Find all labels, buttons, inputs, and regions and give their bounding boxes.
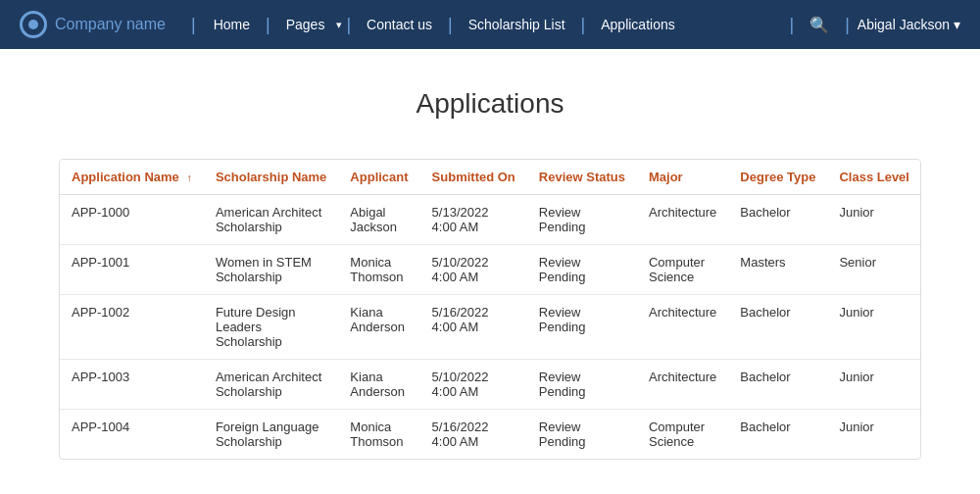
table-header: Application Name ↑ Scholarship Name Appl…	[60, 160, 921, 195]
table-cell-row1-col2: Monica Thomson	[338, 245, 419, 295]
table-cell-row2-col1: Future Design Leaders Scholarship	[204, 295, 338, 360]
table-cell-row1-col5: Computer Science	[637, 245, 728, 295]
nav-links: Home | Pages ▾ | Contact us | Scholarshi…	[202, 0, 790, 49]
table-body: APP-1000American Architect ScholarshipAb…	[60, 195, 921, 460]
search-icon: 🔍	[809, 17, 829, 33]
table-row: APP-1003American Architect ScholarshipKi…	[60, 360, 921, 410]
table-cell-row0-col0: APP-1000	[60, 195, 204, 245]
table-cell-row1-col0: APP-1001	[60, 245, 204, 295]
sort-arrow-app-name: ↑	[186, 172, 192, 183]
table-row: APP-1002Future Design Leaders Scholarshi…	[60, 295, 921, 360]
table-cell-row4-col1: Foreign Language Scholarship	[204, 410, 338, 460]
table-row: APP-1004Foreign Language ScholarshipMoni…	[60, 410, 921, 460]
user-menu-button[interactable]: Abigal Jackson ▾	[858, 17, 960, 32]
table-cell-row4-col0: APP-1004	[60, 410, 204, 460]
col-submitted-on: Submitted On	[420, 160, 527, 195]
nav-link-home[interactable]: Home	[202, 0, 262, 49]
brand-icon	[20, 11, 47, 38]
brand-name: Company name	[55, 16, 166, 33]
table-row: APP-1001Women in STEM ScholarshipMonica …	[60, 245, 921, 295]
nav-divider-1: |	[266, 0, 270, 49]
table-cell-row1-col6: Masters	[728, 245, 827, 295]
col-class-level: Class Level	[827, 160, 921, 195]
table-cell-row3-col3: 5/10/2022 4:00 AM	[420, 360, 527, 410]
table-cell-row4-col2: Monica Thomson	[338, 410, 419, 460]
table-cell-row4-col4: Review Pending	[527, 410, 637, 460]
table-cell-row4-col5: Computer Science	[637, 410, 728, 460]
nav-item-home[interactable]: Home	[202, 0, 262, 49]
table-cell-row1-col3: 5/10/2022 4:00 AM	[420, 245, 527, 295]
page-title: Applications	[59, 88, 921, 120]
navbar: Company name | Home | Pages ▾ | Contact …	[0, 0, 980, 49]
table-cell-row3-col6: Bachelor	[728, 360, 827, 410]
applications-table: Application Name ↑ Scholarship Name Appl…	[60, 160, 921, 459]
table-header-row: Application Name ↑ Scholarship Name Appl…	[60, 160, 921, 195]
table-cell-row1-col7: Senior	[827, 245, 921, 295]
table-cell-row2-col3: 5/16/2022 4:00 AM	[420, 295, 527, 360]
nav-link-scholarship[interactable]: Scholarship List	[457, 0, 577, 49]
table-cell-row1-col1: Women in STEM Scholarship	[204, 245, 338, 295]
table-cell-row1-col4: Review Pending	[527, 245, 637, 295]
nav-divider-5: |	[789, 15, 794, 35]
table-cell-row4-col6: Bachelor	[728, 410, 827, 460]
nav-divider-3: |	[448, 0, 453, 49]
nav-divider-4: |	[581, 0, 586, 49]
navbar-right: | 🔍 | Abigal Jackson ▾	[789, 15, 960, 35]
table-cell-row4-col7: Junior	[827, 410, 921, 460]
col-app-name[interactable]: Application Name ↑	[60, 160, 204, 195]
table-row: APP-1000American Architect ScholarshipAb…	[60, 195, 921, 245]
col-scholarship-name: Scholarship Name	[204, 160, 338, 195]
main-content: Applications Application Name ↑ Scholars…	[0, 49, 980, 494]
table-cell-row0-col6: Bachelor	[728, 195, 827, 245]
user-dropdown-arrow: ▾	[954, 17, 960, 32]
nav-item-scholarship[interactable]: Scholarship List	[457, 0, 577, 49]
table-cell-row0-col1: American Architect Scholarship	[204, 195, 338, 245]
table-cell-row0-col4: Review Pending	[527, 195, 637, 245]
table-cell-row0-col2: Abigal Jackson	[338, 195, 419, 245]
col-degree-type: Degree Type	[728, 160, 827, 195]
brand[interactable]: Company name	[20, 11, 166, 38]
search-button[interactable]: 🔍	[802, 16, 837, 34]
nav-divider-6: |	[845, 15, 850, 35]
col-review-status: Review Status	[527, 160, 637, 195]
nav-divider-2: |	[346, 0, 351, 49]
table-cell-row3-col4: Review Pending	[527, 360, 637, 410]
table-cell-row2-col7: Junior	[827, 295, 921, 360]
table-cell-row2-col5: Architecture	[637, 295, 728, 360]
table-cell-row0-col7: Junior	[827, 195, 921, 245]
table-cell-row0-col5: Architecture	[637, 195, 728, 245]
table-cell-row3-col5: Architecture	[637, 360, 728, 410]
table-cell-row3-col0: APP-1003	[60, 360, 204, 410]
table-cell-row2-col6: Bachelor	[728, 295, 827, 360]
nav-item-applications[interactable]: Applications	[589, 0, 687, 49]
applications-table-container: Application Name ↑ Scholarship Name Appl…	[59, 159, 921, 460]
table-cell-row3-col1: American Architect Scholarship	[204, 360, 338, 410]
table-cell-row0-col3: 5/13/2022 4:00 AM	[420, 195, 527, 245]
nav-link-pages[interactable]: Pages	[274, 0, 337, 49]
pages-dropdown-arrow: ▾	[336, 19, 342, 31]
nav-item-contact[interactable]: Contact us	[355, 0, 444, 49]
col-major: Major	[637, 160, 728, 195]
table-cell-row4-col3: 5/16/2022 4:00 AM	[420, 410, 527, 460]
nav-item-pages[interactable]: Pages ▾	[274, 0, 343, 49]
nav-divider-0: |	[191, 15, 196, 35]
table-cell-row3-col2: Kiana Anderson	[338, 360, 419, 410]
table-cell-row2-col4: Review Pending	[527, 295, 637, 360]
table-cell-row3-col7: Junior	[827, 360, 921, 410]
user-name-label: Abigal Jackson	[858, 17, 950, 32]
table-cell-row2-col0: APP-1002	[60, 295, 204, 360]
table-cell-row2-col2: Kiana Anderson	[338, 295, 419, 360]
col-applicant: Applicant	[338, 160, 419, 195]
nav-link-contact[interactable]: Contact us	[355, 0, 444, 49]
nav-link-applications[interactable]: Applications	[589, 0, 687, 49]
